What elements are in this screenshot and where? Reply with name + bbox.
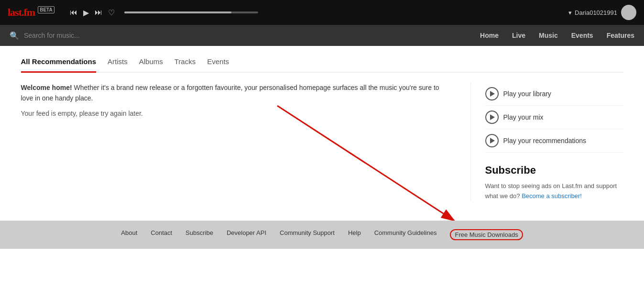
footer: About Contact Subscribe Developer API Co… <box>0 221 644 249</box>
top-bar: last.fm BETA ⏮ ▶ ⏭ ♡ ▾ Daria01021991 <box>0 0 644 25</box>
dropdown-arrow-icon: ▾ <box>568 9 572 16</box>
tab-artists[interactable]: Artists <box>108 57 128 73</box>
subscribe-title: Subscribe <box>485 164 623 177</box>
footer-developer-api[interactable]: Developer API <box>227 229 266 240</box>
play-circle-1 <box>485 87 499 100</box>
nav-events[interactable]: Events <box>571 32 593 39</box>
become-subscriber-link[interactable]: Become a subscriber! <box>522 192 582 200</box>
heart-button[interactable]: ♡ <box>108 8 115 17</box>
play-mix-item[interactable]: Play your mix <box>485 106 623 129</box>
play-mix-label: Play your mix <box>503 113 544 121</box>
nav-features[interactable]: Features <box>607 32 634 39</box>
welcome-bold: Welcome home! <box>21 84 72 91</box>
play-button[interactable]: ▶ <box>83 8 89 17</box>
search-input[interactable] <box>24 32 263 39</box>
tab-tracks[interactable]: Tracks <box>175 57 196 73</box>
play-recommendations-label: Play your recommendations <box>503 137 587 144</box>
username: Daria01021991 <box>575 9 617 16</box>
main-content: Welcome home! Whether it's a brand new r… <box>21 82 451 117</box>
forward-button[interactable]: ⏭ <box>95 8 102 17</box>
play-circle-2 <box>485 111 499 124</box>
nav-music[interactable]: Music <box>539 32 558 39</box>
subscribe-text: Want to stop seeing ads on Last.fm and s… <box>485 181 623 201</box>
tab-all-recommendations[interactable]: All Recommendations <box>21 57 97 73</box>
rewind-button[interactable]: ⏮ <box>70 8 77 17</box>
footer-subscribe[interactable]: Subscribe <box>186 229 213 240</box>
tabs-section: All Recommendations Artists Albums Track… <box>21 57 623 201</box>
player-controls: ⏮ ▶ ⏭ ♡ <box>70 8 115 17</box>
footer-about[interactable]: About <box>121 229 137 240</box>
footer-community-guidelines[interactable]: Community Guidelines <box>374 229 437 240</box>
user-dropdown[interactable]: ▾ Daria01021991 <box>568 9 617 16</box>
empty-feed-text: Your feed is empty, please try again lat… <box>21 110 451 117</box>
search-icon: 🔍 <box>10 31 19 40</box>
avatar[interactable] <box>621 5 636 20</box>
content-area: All Recommendations Artists Albums Track… <box>11 46 633 201</box>
right-area: ▾ Daria01021991 <box>568 5 636 20</box>
footer-community-support[interactable]: Community Support <box>280 229 335 240</box>
annotation-layer: About Contact Subscribe Developer API Co… <box>0 221 644 249</box>
sidebar: Play your library Play your mix Play you… <box>470 82 623 201</box>
footer-free-music-downloads[interactable]: Free Music Downloads <box>450 229 523 240</box>
play-circle-3 <box>485 134 499 147</box>
subscribe-section: Subscribe Want to stop seeing ads on Las… <box>485 164 623 201</box>
progress-bar-fill <box>124 11 231 13</box>
footer-contact[interactable]: Contact <box>151 229 172 240</box>
play-triangle-icon-3 <box>490 138 495 144</box>
play-library-label: Play your library <box>503 90 551 98</box>
beta-badge: BETA <box>38 6 54 13</box>
play-triangle-icon-2 <box>490 114 495 120</box>
main-sidebar-layout: Welcome home! Whether it's a brand new r… <box>21 82 623 201</box>
welcome-text: Welcome home! Whether it's a brand new r… <box>21 82 451 104</box>
main-nav: Home Live Music Events Features <box>480 32 634 39</box>
logo[interactable]: last.fm <box>8 6 35 19</box>
footer-help[interactable]: Help <box>348 229 361 240</box>
tab-events[interactable]: Events <box>207 57 229 73</box>
nav-live[interactable]: Live <box>512 32 525 39</box>
search-bar-row: 🔍 Home Live Music Events Features <box>0 25 644 46</box>
play-recommendations-item[interactable]: Play your recommendations <box>485 129 623 153</box>
play-library-item[interactable]: Play your library <box>485 82 623 106</box>
logo-area: last.fm BETA <box>8 6 55 19</box>
welcome-rest: Whether it's a brand new release or a fo… <box>21 84 439 102</box>
tab-albums[interactable]: Albums <box>139 57 163 73</box>
progress-bar[interactable] <box>124 11 258 13</box>
nav-home[interactable]: Home <box>480 32 499 39</box>
tabs-row: All Recommendations Artists Albums Track… <box>21 57 623 73</box>
play-triangle-icon-1 <box>490 91 495 97</box>
